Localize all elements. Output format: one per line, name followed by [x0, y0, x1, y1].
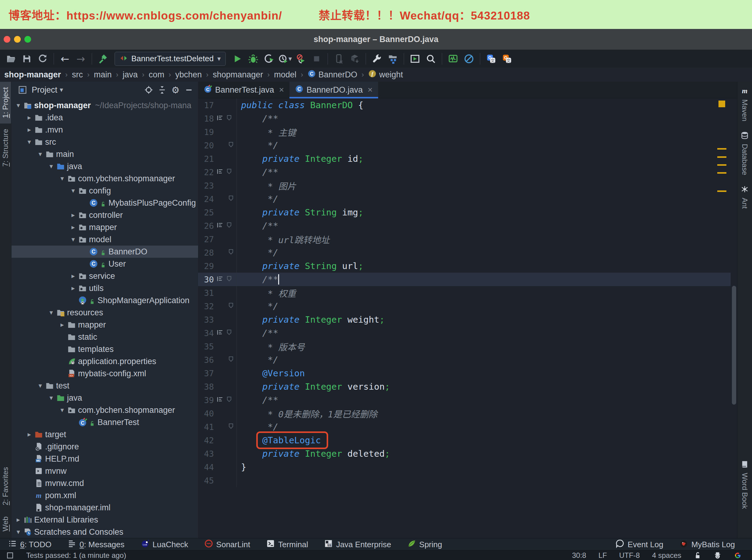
error-stripe-mark[interactable] — [717, 164, 727, 166]
tree-item-shop-manager[interactable]: ▾shop-manager~/IdeaProjects/shop-mana — [12, 99, 198, 112]
tree-item-mvnw[interactable]: mvnw — [12, 465, 198, 477]
tree-item-model[interactable]: ▾model — [12, 233, 198, 245]
comment-gutter-icon[interactable] — [216, 168, 224, 176]
tree-item-com-ybchen-shopmanager[interactable]: ▾com.ybchen.shopmanager — [12, 173, 198, 185]
hide-panel-button[interactable] — [182, 84, 196, 96]
tree-arrow-collapsed-icon[interactable]: ▸ — [24, 114, 34, 122]
tree-item-controller[interactable]: ▸controller — [12, 209, 198, 221]
code-line-22[interactable]: 22 /** — [198, 165, 731, 179]
tree-arrow-collapsed-icon[interactable]: ▸ — [24, 126, 34, 134]
toolwindow-button-mybatis-log[interactable]: MyBatis Log — [679, 539, 735, 550]
tree-item-user[interactable]: CUser — [12, 258, 198, 270]
tree-arrow-expanded-icon[interactable]: ▾ — [57, 175, 67, 182]
code-line-26[interactable]: 26 /** — [198, 219, 731, 233]
run-configuration-select[interactable]: BannerTest.testDeleted▾ — [115, 52, 226, 66]
collapse-all-button[interactable] — [155, 84, 169, 96]
tree-item-utils[interactable]: ▸utils — [12, 282, 198, 294]
tree-arrow-expanded-icon[interactable]: ▾ — [14, 101, 23, 109]
code-line-39[interactable]: 39 /** — [198, 393, 731, 407]
code-line-20[interactable]: 20 */ — [198, 139, 731, 152]
tree-arrow-expanded-icon[interactable]: ▾ — [46, 394, 56, 402]
comment-gutter-icon[interactable] — [216, 275, 224, 284]
stop-button[interactable] — [309, 52, 324, 66]
fold-start-icon[interactable] — [225, 329, 233, 337]
caret-position[interactable]: 30:8 — [572, 551, 586, 560]
breadcrumb-item[interactable]: fweight — [368, 69, 403, 80]
device-manager-button[interactable] — [331, 52, 347, 66]
tree-arrow-collapsed-icon[interactable]: ▸ — [68, 223, 78, 231]
fold-end-icon[interactable] — [227, 302, 235, 311]
tree-item-mvnw-cmd[interactable]: mvnw.cmd — [12, 477, 198, 489]
tree-item--idea[interactable]: ▸.idea — [12, 112, 198, 124]
breadcrumb-item[interactable]: model — [274, 70, 296, 80]
fold-end-icon[interactable] — [227, 423, 235, 431]
tree-item-static[interactable]: static — [12, 331, 198, 343]
toolwindow-button-spring[interactable]: Spring — [407, 539, 442, 550]
code-line-43[interactable]: 43 private Integer deleted; — [198, 447, 731, 460]
code-line-32[interactable]: 32 */ — [198, 300, 731, 313]
tree-item-scratches-and-consoles[interactable]: ▾Scratches and Consoles — [12, 526, 198, 538]
activity-monitor-button[interactable] — [445, 52, 461, 66]
code-line-42[interactable]: 42 @TableLogic — [198, 434, 731, 447]
editor-scrollbar[interactable] — [731, 98, 737, 538]
code-line-38[interactable]: 38 private Integer version; — [198, 380, 731, 393]
tool-strip-button--project[interactable]: 1: Project — [0, 82, 11, 123]
comment-gutter-icon[interactable] — [216, 396, 224, 404]
fold-start-icon[interactable] — [225, 114, 233, 123]
tree-item-com-ybchen-shopmanager[interactable]: ▾com.ybchen.shopmanager — [12, 404, 198, 416]
back-button[interactable]: ← — [57, 52, 73, 66]
error-stripe-mark[interactable] — [717, 148, 727, 149]
tree-item-shopmanagerapplication[interactable]: ShopManagerApplication — [12, 294, 198, 306]
tree-arrow-expanded-icon[interactable]: ▾ — [35, 150, 45, 158]
project-panel-title[interactable]: Project — [32, 85, 57, 95]
comment-gutter-icon[interactable] — [216, 329, 224, 337]
fold-start-icon[interactable] — [225, 275, 233, 284]
fold-start-icon[interactable] — [225, 221, 233, 230]
async-profiler-button[interactable] — [293, 52, 309, 66]
code-line-37[interactable]: 37 @Version — [198, 366, 731, 380]
tree-item-mybatispluspageconfig[interactable]: CMybatisPlusPageConfig — [12, 197, 198, 209]
tree-item-config[interactable]: ▾config — [12, 185, 198, 197]
forward-button[interactable]: → — [73, 52, 89, 66]
tree-arrow-expanded-icon[interactable]: ▾ — [14, 528, 23, 536]
tool-strip-button-ant[interactable]: Ant — [737, 180, 752, 214]
tree-item-mapper[interactable]: ▸mapper — [12, 319, 198, 331]
gear-icon[interactable]: ⚙ — [169, 84, 182, 96]
breadcrumb-item[interactable]: src — [72, 70, 83, 80]
tree-arrow-collapsed-icon[interactable]: ▸ — [14, 516, 23, 524]
tree-arrow-collapsed-icon[interactable]: ▸ — [57, 321, 67, 329]
tree-item-test[interactable]: ▾test — [12, 380, 198, 392]
scrollbar-thumb[interactable] — [732, 286, 736, 405]
tab-bannertest-java[interactable]: CBannerTest.java× — [198, 82, 290, 98]
code-line-30[interactable]: 30 /** — [198, 273, 731, 286]
tree-arrow-collapsed-icon[interactable]: ▸ — [68, 284, 78, 292]
open-button[interactable] — [3, 52, 19, 66]
comment-gutter-icon[interactable] — [216, 221, 224, 230]
file-encoding[interactable]: UTF-8 — [619, 551, 640, 560]
tree-item-external-libraries[interactable]: ▸External Libraries — [12, 514, 198, 526]
search-everywhere-button[interactable] — [423, 52, 439, 66]
toolwindow-button-event-log[interactable]: Event Log — [615, 539, 663, 550]
tree-item-application-properties[interactable]: application.properties — [12, 355, 198, 367]
save-all-button[interactable] — [19, 52, 35, 66]
fold-end-icon[interactable] — [227, 195, 235, 203]
breadcrumb-item[interactable]: main — [94, 70, 112, 80]
toolwindow-button-sonarlint[interactable]: SonarLint — [204, 539, 250, 550]
code-line-17[interactable]: 17public class BannerDO { — [198, 98, 731, 112]
code-line-23[interactable]: 23 * 图片 — [198, 179, 731, 192]
breadcrumb-item[interactable]: CBannerDO — [308, 69, 357, 80]
tool-strip-button-web[interactable]: Web — [0, 511, 11, 537]
code-line-25[interactable]: 25 private String img; — [198, 206, 731, 219]
project-structure-button[interactable] — [385, 52, 401, 66]
code-line-35[interactable]: 35 * 版本号 — [198, 340, 731, 353]
tree-item-service[interactable]: ▸service — [12, 270, 198, 282]
fold-start-icon[interactable] — [225, 168, 233, 176]
breadcrumb-item[interactable]: java — [123, 70, 138, 80]
tree-item-templates[interactable]: templates — [12, 343, 198, 355]
error-stripe-mark[interactable] — [717, 172, 727, 174]
fold-end-icon[interactable] — [227, 356, 235, 364]
tree-arrow-expanded-icon[interactable]: ▾ — [68, 187, 78, 195]
code-line-21[interactable]: 21 private Integer id; — [198, 152, 731, 165]
run-button[interactable] — [230, 52, 245, 66]
tool-strip-button--favorites[interactable]: 2: Favorites — [0, 462, 11, 511]
